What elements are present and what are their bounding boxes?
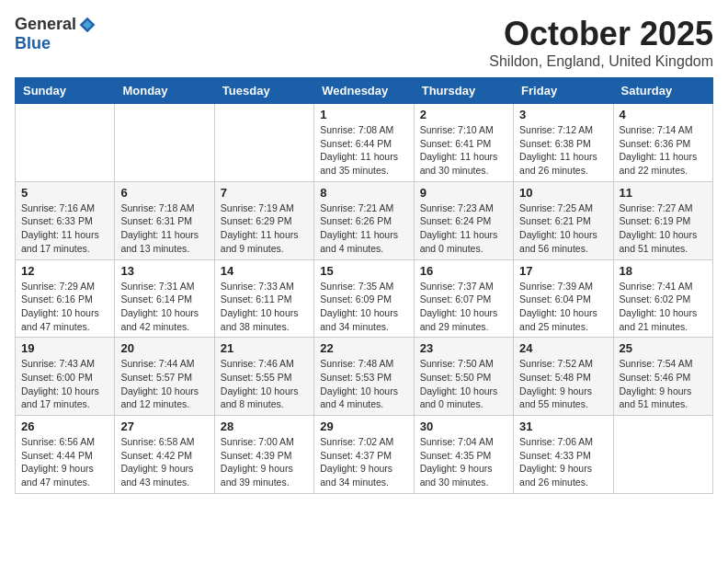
day-number: 16 xyxy=(420,264,507,278)
calendar-cell: 9Sunrise: 7:23 AM Sunset: 6:24 PM Daylig… xyxy=(414,181,513,259)
day-info: Sunrise: 7:43 AM Sunset: 6:00 PM Dayligh… xyxy=(21,357,108,411)
calendar-week-row: 19Sunrise: 7:43 AM Sunset: 6:00 PM Dayli… xyxy=(16,338,713,416)
calendar-week-row: 1Sunrise: 7:08 AM Sunset: 6:44 PM Daylig… xyxy=(16,104,713,182)
day-number: 13 xyxy=(120,264,208,278)
day-number: 31 xyxy=(519,419,607,433)
calendar-week-row: 26Sunrise: 6:56 AM Sunset: 4:44 PM Dayli… xyxy=(16,416,713,494)
calendar-cell: 18Sunrise: 7:41 AM Sunset: 6:02 PM Dayli… xyxy=(613,259,712,338)
weekday-header-saturday: Saturday xyxy=(613,78,712,104)
day-number: 5 xyxy=(21,186,108,200)
day-info: Sunrise: 7:39 AM Sunset: 6:04 PM Dayligh… xyxy=(519,280,607,334)
day-info: Sunrise: 7:12 AM Sunset: 6:38 PM Dayligh… xyxy=(519,123,607,178)
calendar-week-row: 12Sunrise: 7:29 AM Sunset: 6:16 PM Dayli… xyxy=(16,259,713,338)
calendar-cell: 19Sunrise: 7:43 AM Sunset: 6:00 PM Dayli… xyxy=(16,338,115,416)
calendar-cell: 28Sunrise: 7:00 AM Sunset: 4:39 PM Dayli… xyxy=(214,416,313,494)
day-number: 4 xyxy=(620,108,707,121)
calendar-cell xyxy=(613,416,712,494)
calendar-cell: 1Sunrise: 7:08 AM Sunset: 6:44 PM Daylig… xyxy=(314,104,414,182)
logo-icon xyxy=(78,16,97,34)
day-number: 18 xyxy=(620,264,707,278)
day-info: Sunrise: 6:58 AM Sunset: 4:42 PM Dayligh… xyxy=(120,435,208,489)
weekday-header-friday: Friday xyxy=(514,78,613,104)
day-number: 9 xyxy=(420,186,507,200)
calendar-cell xyxy=(115,104,214,182)
weekday-header-row: SundayMondayTuesdayWednesdayThursdayFrid… xyxy=(16,78,713,104)
calendar-cell: 4Sunrise: 7:14 AM Sunset: 6:36 PM Daylig… xyxy=(613,104,712,182)
calendar-week-row: 5Sunrise: 7:16 AM Sunset: 6:33 PM Daylig… xyxy=(16,181,713,259)
calendar-cell: 25Sunrise: 7:54 AM Sunset: 5:46 PM Dayli… xyxy=(613,338,712,416)
calendar-cell: 2Sunrise: 7:10 AM Sunset: 6:41 PM Daylig… xyxy=(414,104,513,182)
day-number: 15 xyxy=(320,264,407,278)
day-info: Sunrise: 7:33 AM Sunset: 6:11 PM Dayligh… xyxy=(221,280,308,334)
calendar-cell: 23Sunrise: 7:50 AM Sunset: 5:50 PM Dayli… xyxy=(414,338,513,416)
day-number: 1 xyxy=(320,108,407,121)
day-info: Sunrise: 7:27 AM Sunset: 6:19 PM Dayligh… xyxy=(620,201,707,256)
day-info: Sunrise: 7:14 AM Sunset: 6:36 PM Dayligh… xyxy=(620,123,707,178)
day-number: 29 xyxy=(320,419,407,433)
title-block: October 2025 Shildon, England, United Ki… xyxy=(489,15,713,70)
calendar-cell: 16Sunrise: 7:37 AM Sunset: 6:07 PM Dayli… xyxy=(414,259,513,338)
day-number: 22 xyxy=(320,341,407,355)
calendar-cell: 6Sunrise: 7:18 AM Sunset: 6:31 PM Daylig… xyxy=(115,181,214,259)
day-info: Sunrise: 7:10 AM Sunset: 6:41 PM Dayligh… xyxy=(420,123,507,178)
day-info: Sunrise: 7:06 AM Sunset: 4:33 PM Dayligh… xyxy=(519,435,607,489)
day-number: 11 xyxy=(620,186,707,200)
day-number: 7 xyxy=(221,186,308,200)
page-header: General Blue October 2025 Shildon, Engla… xyxy=(15,15,713,70)
day-info: Sunrise: 7:31 AM Sunset: 6:14 PM Dayligh… xyxy=(120,280,208,334)
calendar-cell: 7Sunrise: 7:19 AM Sunset: 6:29 PM Daylig… xyxy=(214,181,313,259)
day-number: 3 xyxy=(519,108,607,121)
calendar-cell: 20Sunrise: 7:44 AM Sunset: 5:57 PM Dayli… xyxy=(115,338,214,416)
day-info: Sunrise: 7:54 AM Sunset: 5:46 PM Dayligh… xyxy=(620,357,707,411)
day-info: Sunrise: 6:56 AM Sunset: 4:44 PM Dayligh… xyxy=(21,435,108,489)
calendar-cell: 10Sunrise: 7:25 AM Sunset: 6:21 PM Dayli… xyxy=(514,181,613,259)
logo-blue-text: Blue xyxy=(15,34,51,53)
calendar-cell: 15Sunrise: 7:35 AM Sunset: 6:09 PM Dayli… xyxy=(314,259,414,338)
day-number: 12 xyxy=(21,264,108,278)
weekday-header-tuesday: Tuesday xyxy=(214,78,313,104)
calendar-cell: 14Sunrise: 7:33 AM Sunset: 6:11 PM Dayli… xyxy=(214,259,313,338)
calendar-table: SundayMondayTuesdayWednesdayThursdayFrid… xyxy=(15,77,713,494)
day-number: 10 xyxy=(519,186,607,200)
day-info: Sunrise: 7:46 AM Sunset: 5:55 PM Dayligh… xyxy=(221,357,308,411)
day-info: Sunrise: 7:19 AM Sunset: 6:29 PM Dayligh… xyxy=(221,201,308,256)
calendar-cell: 3Sunrise: 7:12 AM Sunset: 6:38 PM Daylig… xyxy=(514,104,613,182)
calendar-cell: 27Sunrise: 6:58 AM Sunset: 4:42 PM Dayli… xyxy=(115,416,214,494)
month-title: October 2025 xyxy=(489,15,713,53)
day-info: Sunrise: 7:08 AM Sunset: 6:44 PM Dayligh… xyxy=(320,123,407,178)
day-info: Sunrise: 7:21 AM Sunset: 6:26 PM Dayligh… xyxy=(320,201,407,256)
calendar-cell: 17Sunrise: 7:39 AM Sunset: 6:04 PM Dayli… xyxy=(514,259,613,338)
day-info: Sunrise: 7:18 AM Sunset: 6:31 PM Dayligh… xyxy=(120,201,208,256)
day-number: 26 xyxy=(21,419,108,433)
day-number: 8 xyxy=(320,186,407,200)
calendar-cell: 12Sunrise: 7:29 AM Sunset: 6:16 PM Dayli… xyxy=(16,259,115,338)
calendar-cell: 24Sunrise: 7:52 AM Sunset: 5:48 PM Dayli… xyxy=(514,338,613,416)
day-number: 21 xyxy=(221,341,308,355)
day-info: Sunrise: 7:02 AM Sunset: 4:37 PM Dayligh… xyxy=(320,435,407,489)
day-info: Sunrise: 7:16 AM Sunset: 6:33 PM Dayligh… xyxy=(21,201,108,256)
day-number: 30 xyxy=(420,419,507,433)
calendar-cell: 8Sunrise: 7:21 AM Sunset: 6:26 PM Daylig… xyxy=(314,181,414,259)
day-number: 17 xyxy=(519,264,607,278)
day-info: Sunrise: 7:44 AM Sunset: 5:57 PM Dayligh… xyxy=(120,357,208,411)
calendar-cell: 21Sunrise: 7:46 AM Sunset: 5:55 PM Dayli… xyxy=(214,338,313,416)
day-number: 25 xyxy=(620,341,707,355)
day-info: Sunrise: 7:37 AM Sunset: 6:07 PM Dayligh… xyxy=(420,280,507,334)
day-number: 24 xyxy=(519,341,607,355)
day-info: Sunrise: 7:00 AM Sunset: 4:39 PM Dayligh… xyxy=(221,435,308,489)
weekday-header-sunday: Sunday xyxy=(16,78,115,104)
day-info: Sunrise: 7:25 AM Sunset: 6:21 PM Dayligh… xyxy=(519,201,607,256)
location-title: Shildon, England, United Kingdom xyxy=(489,53,713,70)
calendar-cell: 5Sunrise: 7:16 AM Sunset: 6:33 PM Daylig… xyxy=(16,181,115,259)
calendar-cell: 26Sunrise: 6:56 AM Sunset: 4:44 PM Dayli… xyxy=(16,416,115,494)
day-number: 14 xyxy=(221,264,308,278)
day-number: 6 xyxy=(120,186,208,200)
day-info: Sunrise: 7:48 AM Sunset: 5:53 PM Dayligh… xyxy=(320,357,407,411)
day-number: 27 xyxy=(120,419,208,433)
day-info: Sunrise: 7:50 AM Sunset: 5:50 PM Dayligh… xyxy=(420,357,507,411)
weekday-header-thursday: Thursday xyxy=(414,78,513,104)
logo-general-text: General xyxy=(15,15,76,34)
logo: General Blue xyxy=(15,15,98,53)
day-info: Sunrise: 7:23 AM Sunset: 6:24 PM Dayligh… xyxy=(420,201,507,256)
calendar-cell: 30Sunrise: 7:04 AM Sunset: 4:35 PM Dayli… xyxy=(414,416,513,494)
